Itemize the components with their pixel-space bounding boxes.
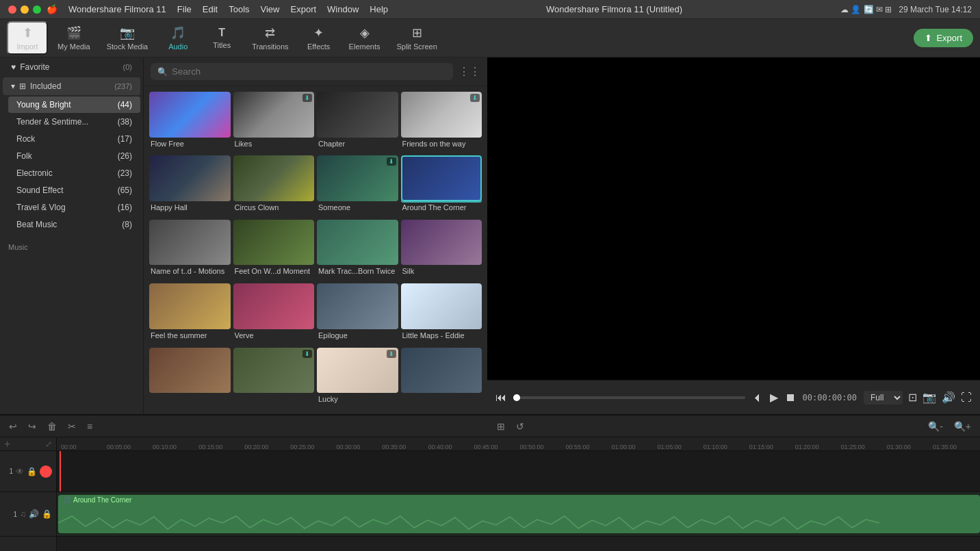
track-thumbnail [40,465,52,478]
included-item[interactable]: ▾ ⊞ Included (237) [3,77,140,95]
sidebar-item-sound-effect[interactable]: Sound Effect (65) [8,182,140,198]
titles-btn[interactable]: T Titles [201,24,242,52]
snapshot-icon[interactable]: 📷 [923,391,936,404]
playback-handle[interactable] [513,394,520,401]
list-item[interactable] [149,348,231,409]
audio-btn[interactable]: 🎵 Audio [157,23,198,53]
sidebar-item-young-bright[interactable]: Young & Bright (44) [8,97,140,113]
audio-clip[interactable]: 🎵 Around The Corner [58,495,980,533]
caption-icon[interactable]: ⊡ [908,391,917,404]
list-item[interactable]: ⬇ Lucky [317,348,398,409]
play-back-button[interactable]: ⏴ [752,392,763,404]
menu-export[interactable]: Export [291,4,317,14]
track-lock-icon[interactable]: 🔒 [27,467,37,476]
list-item[interactable]: Silk [401,220,482,281]
fit-icon[interactable]: ⤢ [45,439,52,449]
track-visible-icon[interactable]: 👁 [16,467,24,476]
skip-back-button[interactable]: ⏮ [495,392,506,404]
transitions-label: Transitions [252,42,288,51]
list-item[interactable]: Little Maps - Eddie [401,283,482,344]
menu-edit[interactable]: Edit [203,4,218,14]
list-item[interactable]: Circus Clown [233,155,315,216]
zoom-select[interactable]: 25%50%75%Full [864,391,903,405]
list-item[interactable]: Happy Hall [149,155,231,216]
sidebar-item-beat-music[interactable]: Beat Music (8) [8,216,140,233]
sidebar-item-rock[interactable]: Rock (17) [8,131,140,147]
menu-file[interactable]: File [177,4,192,14]
list-item[interactable]: Flow Free [149,92,231,153]
search-input-wrap[interactable]: 🔍 [151,63,453,80]
menu-tools[interactable]: Tools [229,4,249,14]
add-track-btn[interactable]: + [4,438,10,450]
transitions-btn[interactable]: ⇄ Transitions [245,23,295,53]
sidebar-item-tender[interactable]: Tender & Sentime... (38) [8,114,140,130]
undo-button[interactable]: ↩ [5,419,21,434]
export-button[interactable]: ⬆ Export [914,29,973,47]
media-item-label: Lucky [317,393,398,405]
scissors-button[interactable]: ✂ [64,419,79,434]
ruler-mark: 01:00:00 [610,444,656,450]
sidebar-item-folk[interactable]: Folk (26) [8,148,140,164]
my-media-btn[interactable]: 🎬 My Media [51,23,97,53]
list-item[interactable]: ⬇ [233,348,315,409]
list-item[interactable]: Epilogue [317,283,398,344]
media-thumb [149,283,231,329]
playback-bar[interactable] [513,396,745,399]
list-item[interactable]: ⬇ Someone [317,155,398,216]
included-label: Included [30,81,61,91]
media-thumb [233,220,315,266]
sidebar-item-travel[interactable]: Travel & Vlog (16) [8,199,140,216]
import-button[interactable]: ⬆ Import [7,21,48,55]
media-grid: Flow Free ⬇ Likes Chapter ⬇ Friends on t… [144,86,487,414]
elements-btn[interactable]: ◈ Elements [342,23,387,53]
sidebar-item-electronic[interactable]: Electronic (23) [8,165,140,181]
stop-button[interactable]: ⏹ [785,392,796,404]
list-item[interactable]: ⬇ Friends on the way [401,92,482,153]
audio-volume-icon[interactable]: 🔊 [29,509,39,519]
menu-help[interactable]: Help [370,4,388,14]
grid-toggle-icon[interactable]: ⋮⋮ [459,65,480,78]
minimize-button[interactable] [21,5,29,14]
stock-media-btn[interactable]: 📷 Stock Media [100,23,155,53]
close-button[interactable] [8,5,16,14]
list-item[interactable]: Feet On W...d Moment [233,220,315,281]
list-item[interactable] [401,348,482,409]
export-label: Export [936,33,962,43]
list-item[interactable]: Chapter [317,92,398,153]
split-screen-btn[interactable]: ⊞ Split Screen [389,23,443,53]
redo-button[interactable]: ↪ [25,419,40,434]
fullscreen-icon[interactable]: ⛶ [961,392,972,404]
search-field[interactable] [172,66,446,77]
media-thumb [401,283,482,329]
list-item[interactable]: Around The Corner [401,155,482,216]
media-item-label: Happy Hall [149,201,231,214]
favorite-item[interactable]: ♥ Favorite (0) [3,58,140,76]
loop-icon[interactable]: ↺ [513,419,528,434]
list-item[interactable]: Feel the summer [149,283,231,344]
titlebar-icons: ☁ 👤 🔄 ✉ ⊞ [840,5,892,14]
beat-music-label: Beat Music [16,220,57,229]
split-screen-label: Split Screen [396,42,437,51]
timeline-zoom-out-btn[interactable]: 🔍- [925,419,946,434]
volume-icon[interactable]: 🔊 [942,391,955,404]
maximize-button[interactable] [33,5,41,14]
list-button[interactable]: ≡ [83,419,96,434]
timeline-zoom-in-btn[interactable]: 🔍+ [951,419,975,434]
menu-app[interactable]: Wondershare Filmora 11 [68,4,166,14]
play-button[interactable]: ▶ [770,391,778,404]
window-title: Wondershare Filmora 11 (Untitled) [546,4,682,14]
menu-apple[interactable]: 🍎 [47,4,57,14]
audio-lock-icon[interactable]: 🔒 [42,509,52,519]
list-item[interactable]: Name of t..d - Motions [149,220,231,281]
timeline-cursor[interactable] [60,451,61,491]
music-section: Music [0,239,143,255]
add-track-icon[interactable]: ⊞ [493,419,508,434]
list-item[interactable]: Verve [233,283,315,344]
list-item[interactable]: ⬇ Likes [233,92,315,153]
effects-btn[interactable]: ✦ Effects [298,23,339,53]
preview-controls: ⏮ ⏴ ▶ ⏹ 00:00:00:00 25%50%75%Full ⊡ 📷 🔊 … [487,380,980,414]
menu-window[interactable]: Window [327,4,359,14]
list-item[interactable]: Mark Trac...Born Twice [317,220,398,281]
menu-view[interactable]: View [261,4,280,14]
delete-button[interactable]: 🗑 [44,419,60,434]
